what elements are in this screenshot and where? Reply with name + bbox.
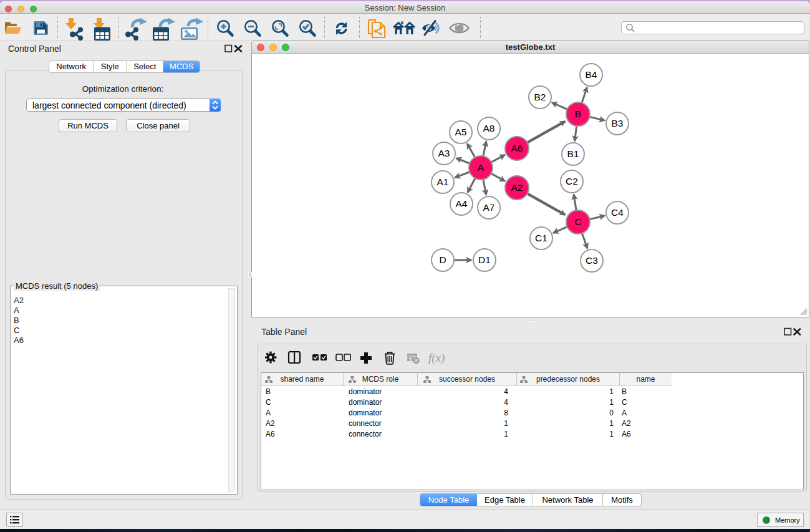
svg-text:A1: A1 bbox=[437, 177, 449, 187]
svg-text:B4: B4 bbox=[586, 69, 597, 80]
svg-text:A7: A7 bbox=[483, 202, 495, 213]
svg-text:A8: A8 bbox=[483, 123, 495, 133]
svg-text:C4: C4 bbox=[611, 207, 624, 218]
svg-text:D1: D1 bbox=[478, 254, 491, 265]
svg-text:D: D bbox=[439, 254, 446, 265]
svg-text:A5: A5 bbox=[455, 127, 467, 137]
svg-text:C1: C1 bbox=[535, 233, 547, 243]
svg-text:B2: B2 bbox=[534, 92, 546, 102]
svg-text:B1: B1 bbox=[567, 148, 579, 159]
svg-text:A4: A4 bbox=[456, 198, 468, 209]
svg-text:C: C bbox=[574, 216, 581, 227]
svg-text:f(x): f(x) bbox=[428, 351, 445, 365]
svg-text:C2: C2 bbox=[566, 176, 578, 186]
svg-text:C3: C3 bbox=[586, 255, 598, 266]
svg-text:B: B bbox=[575, 109, 581, 119]
svg-text:A2: A2 bbox=[511, 182, 523, 193]
svg-text:A6: A6 bbox=[511, 143, 523, 153]
svg-text:A3: A3 bbox=[438, 148, 450, 158]
svg-text:A: A bbox=[478, 162, 485, 173]
svg-text:B3: B3 bbox=[612, 118, 624, 128]
